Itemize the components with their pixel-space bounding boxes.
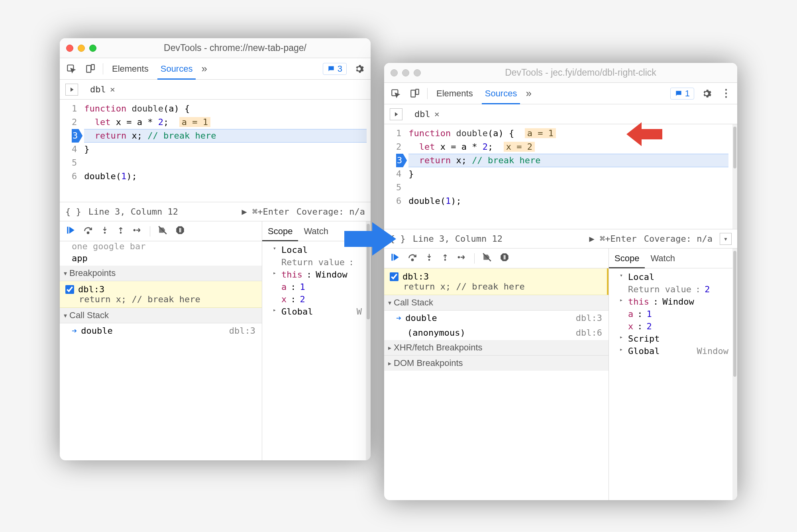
scroll-track[interactable] — [732, 248, 737, 500]
stack-row-truncated[interactable]: one google bar — [60, 241, 262, 251]
section-call-stack[interactable]: ▾Call Stack — [60, 308, 262, 323]
tab-watch[interactable]: Watch — [645, 248, 681, 268]
step-out-icon[interactable] — [116, 225, 125, 238]
step-over-icon[interactable] — [83, 225, 93, 238]
tab-watch[interactable]: Watch — [298, 221, 334, 241]
section-call-stack[interactable]: ▾Call Stack — [384, 295, 609, 311]
step-out-icon[interactable] — [441, 252, 450, 265]
scope-this[interactable]: ▸this: Window — [609, 295, 732, 308]
svg-rect-3 — [67, 227, 68, 233]
scroll-track[interactable] — [732, 124, 737, 229]
device-toolbar-icon[interactable] — [408, 87, 422, 100]
current-execution-line: return x; // break here — [84, 129, 367, 143]
tab-scope[interactable]: Scope — [609, 248, 645, 268]
scope-var-a: a: 1 — [609, 308, 732, 320]
breakpoint-checkbox[interactable] — [390, 272, 398, 281]
call-frame[interactable]: (anonymous) dbl:6 — [384, 325, 609, 340]
debugger-left-pane: dbl:3 return x; // break here ▾Call Stac… — [384, 248, 609, 500]
call-frame[interactable]: ➔ double dbl:3 — [384, 311, 609, 325]
run-snippet-hint[interactable]: ▶ ⌘+Enter — [242, 207, 289, 217]
deactivate-breakpoints-icon[interactable] — [482, 252, 492, 265]
scope-this[interactable]: ▸this: Window — [262, 268, 366, 281]
scope-script[interactable]: ▸Script — [609, 332, 732, 345]
scope-local[interactable]: ▾Local — [609, 271, 732, 283]
inspect-element-icon[interactable] — [65, 62, 78, 76]
panel-tabs: Elements Sources » 1 ⋮ — [384, 83, 737, 104]
traffic-lights[interactable] — [391, 69, 421, 76]
breakpoint-item[interactable]: dbl:3 return x; // break here — [384, 268, 609, 295]
pretty-print-icon[interactable]: { } — [65, 207, 81, 217]
tab-sources[interactable]: Sources — [157, 58, 196, 79]
settings-icon[interactable] — [352, 62, 366, 76]
minimize-window-icon[interactable] — [402, 69, 409, 76]
close-file-icon[interactable]: × — [110, 84, 115, 94]
code-content[interactable]: function double(a) { let x = a * 2; a = … — [81, 100, 371, 202]
section-breakpoints[interactable]: ▾Breakpoints — [60, 266, 262, 281]
navigator-toggle-icon[interactable] — [65, 84, 78, 96]
step-into-icon[interactable] — [100, 225, 109, 238]
breakpoint-checkbox[interactable] — [65, 285, 74, 294]
inline-value-x: x = 2 — [504, 142, 535, 152]
close-window-icon[interactable] — [391, 69, 398, 76]
expand-panel-icon[interactable]: ▾ — [720, 233, 732, 245]
inline-value-a: a = 1 — [525, 128, 556, 138]
more-menu-icon[interactable]: ⋮ — [719, 87, 732, 100]
close-window-icon[interactable] — [66, 45, 73, 52]
call-frame[interactable]: ➔ double dbl:3 — [60, 323, 262, 338]
devtools-window-after: DevTools - jec.fyi/demo/dbl-right-click … — [384, 63, 737, 500]
svg-point-14 — [412, 259, 413, 260]
tab-sources[interactable]: Sources — [482, 83, 520, 104]
svg-rect-2 — [91, 65, 94, 70]
settings-icon[interactable] — [700, 87, 713, 100]
inspect-element-icon[interactable] — [389, 87, 402, 100]
svg-rect-8 — [179, 228, 180, 232]
issues-counter[interactable]: 1 — [670, 88, 694, 100]
run-snippet-hint[interactable]: ▶ ⌘+Enter — [589, 234, 637, 244]
scope-return-value: Return value: 2 — [609, 283, 732, 295]
step-into-icon[interactable] — [425, 252, 434, 265]
more-tabs-icon[interactable]: » — [526, 87, 531, 100]
window-title: DevTools - jec.fyi/demo/dbl-right-click — [430, 67, 731, 78]
scope-global[interactable]: ▸GlobalW — [262, 305, 366, 318]
device-toolbar-icon[interactable] — [84, 62, 97, 76]
breakpoint-item[interactable]: dbl:3 return x; // break here — [60, 281, 262, 308]
window-title: DevTools - chrome://new-tab-page/ — [106, 43, 364, 53]
annotation-arrow-blue — [344, 219, 396, 261]
close-file-icon[interactable]: × — [434, 109, 440, 119]
more-tabs-icon[interactable]: » — [201, 63, 207, 75]
devtools-window-before: DevTools - chrome://new-tab-page/ Elemen… — [60, 38, 371, 460]
svg-rect-18 — [504, 255, 505, 259]
scope-var-a: a: 1 — [262, 281, 366, 293]
deactivate-breakpoints-icon[interactable] — [157, 225, 168, 238]
navigator-toggle-icon[interactable] — [390, 108, 402, 120]
zoom-window-icon[interactable] — [414, 69, 421, 76]
stack-row-app[interactable]: app — [60, 251, 262, 266]
annotation-arrow-red — [626, 120, 662, 151]
coverage-status: Coverage: n/a — [296, 207, 365, 217]
code-content[interactable]: function double(a) { a = 1 let x = a * 2… — [405, 124, 732, 229]
tab-elements[interactable]: Elements — [109, 58, 152, 79]
section-xhr-breakpoints[interactable]: ▸XHR/fetch Breakpoints — [384, 340, 609, 356]
step-icon[interactable] — [457, 252, 467, 265]
svg-point-15 — [428, 259, 430, 261]
step-over-icon[interactable] — [407, 252, 418, 265]
resume-icon[interactable] — [65, 225, 76, 238]
pause-exceptions-icon[interactable] — [175, 225, 185, 238]
issues-counter[interactable]: 3 — [323, 63, 347, 75]
file-tab-dbl[interactable]: dbl × — [410, 107, 444, 122]
line-gutter[interactable]: 1 2 3 4 5 6 — [384, 124, 405, 229]
scope-global[interactable]: ▸GlobalWindow — [609, 345, 732, 357]
section-dom-breakpoints[interactable]: ▸DOM Breakpoints — [384, 356, 609, 371]
tab-elements[interactable]: Elements — [433, 83, 476, 104]
code-editor[interactable]: 1 2 3 4 5 6 function double(a) { a = 1 l… — [384, 124, 737, 229]
traffic-lights[interactable] — [66, 45, 96, 52]
line-gutter[interactable]: 1 2 3 4 5 6 — [60, 100, 81, 202]
tab-scope[interactable]: Scope — [262, 221, 298, 241]
minimize-window-icon[interactable] — [78, 45, 85, 52]
sidebar-tabs: Scope Watch — [609, 248, 732, 268]
step-icon[interactable] — [132, 225, 143, 238]
pause-exceptions-icon[interactable] — [499, 252, 510, 265]
file-tab-dbl[interactable]: dbl × — [85, 82, 120, 97]
zoom-window-icon[interactable] — [89, 45, 96, 52]
code-editor[interactable]: 1 2 3 4 5 6 function double(a) { let x =… — [60, 100, 371, 202]
